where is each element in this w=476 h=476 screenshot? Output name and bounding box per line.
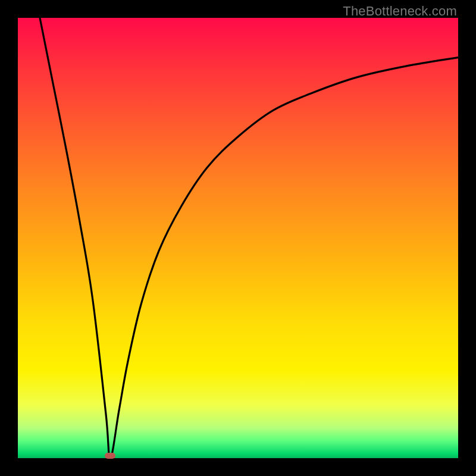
watermark-text: TheBottleneck.com bbox=[343, 4, 457, 19]
plot-area bbox=[18, 18, 458, 458]
bottleneck-curve bbox=[18, 18, 458, 458]
chart-stage: TheBottleneck.com bbox=[0, 0, 476, 476]
minimum-marker bbox=[105, 453, 115, 459]
